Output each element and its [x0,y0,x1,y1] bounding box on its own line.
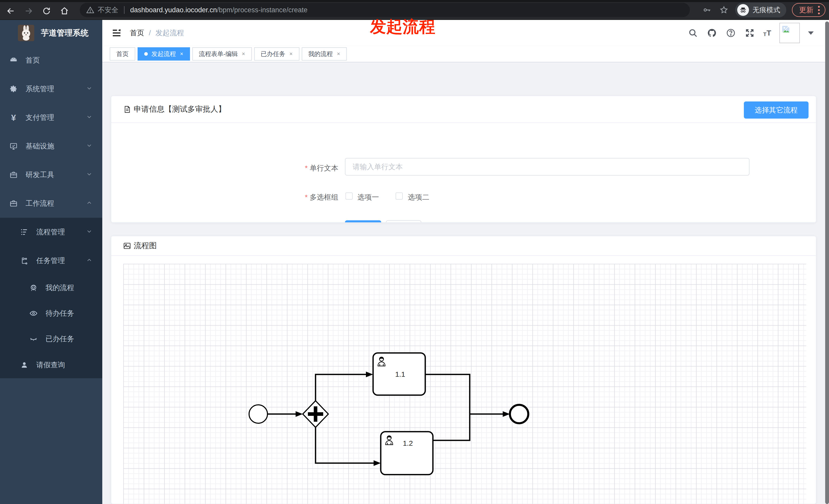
breadcrumb-separator: / [149,29,151,37]
workflow-submenu: 流程管理 任务管理 我的流程 待办任务 [0,218,102,378]
browser-home-button[interactable] [59,5,70,16]
sidebar-item-label: 待办任务 [45,308,74,318]
sidebar-item-label: 支付管理 [26,113,54,122]
address-bar[interactable]: 不安全 dashboard.yudao.iocoder.cn/bpm/proce… [80,3,690,17]
browser-back-button[interactable] [5,5,16,16]
sidebar-item-todo-tasks[interactable]: 待办任务 [0,301,102,326]
list-tree-icon [20,228,29,236]
checkbox-option-1[interactable] [346,192,353,200]
active-tab-dot-icon [144,52,148,56]
browser-chrome: 不安全 dashboard.yudao.iocoder.cn/bpm/proce… [0,0,829,20]
incognito-badge: 无痕模式 [735,3,786,17]
bpmn-user-task-2: 1.2 [381,432,433,475]
picture-icon [123,242,131,250]
page-scrollbar-thumb[interactable] [825,22,829,504]
reset-button[interactable]: 重置 [386,220,422,223]
bpmn-user-task-1: 1.1 [373,353,425,395]
checkbox-option-1-label[interactable]: 选项一 [358,192,379,202]
tab-label: 流程表单-编辑 [199,50,238,58]
tab-start-process[interactable]: 发起流程 × [138,47,190,61]
process-diagram-card: 流程图 [111,236,816,504]
tab-label: 我的流程 [309,50,333,58]
broken-image-icon [782,25,790,34]
diagram-card-header: 流程图 [111,236,816,256]
briefcase-icon [9,170,18,179]
eye-open-icon [29,309,38,318]
tab-close-icon[interactable]: × [337,51,340,57]
not-secure-warning-icon [86,6,94,14]
sidebar-item-payment[interactable]: ¥ 支付管理 [0,103,102,132]
tab-close-icon[interactable]: × [180,51,183,57]
tab-process-form-edit[interactable]: 流程表单-编辑 × [192,47,252,61]
application-form-card: 申请信息【测试多审批人】 选择其它流程 单行文本 多选框组 选项一 选项二 提交… [111,96,816,223]
font-size-button[interactable]: TT [763,29,771,37]
sidebar-item-label: 研发工具 [26,170,54,180]
passwords-key-button[interactable] [701,4,713,15]
sidebar-item-dev-tools[interactable]: 研发工具 [0,160,102,189]
sidebar-item-home[interactable]: 首页 [0,46,102,75]
bpmn-canvas: 1.1 1.2 [123,264,806,504]
fullscreen-button[interactable] [744,28,755,38]
help-button[interactable] [725,28,736,38]
tab-my-process[interactable]: 我的流程 × [302,47,347,61]
chrome-update-button[interactable]: 更新 [792,3,825,17]
search-button[interactable] [688,28,698,38]
chevron-down-icon [86,114,93,122]
github-button[interactable] [707,28,717,38]
sidebar-fold-toggle[interactable] [111,28,122,38]
form-card-title: 申请信息【测试多审批人】 [134,104,226,115]
app-logo-row[interactable]: 芋道管理系统 [0,20,102,46]
bookmark-star-button[interactable] [718,4,729,15]
yen-icon: ¥ [9,113,18,122]
breadcrumb: 首页 / 发起流程 [130,20,184,46]
sidebar-item-done-tasks[interactable]: 已办任务 [0,326,102,352]
sidebar-item-infrastructure[interactable]: 基础设施 [0,132,102,160]
checkbox-option-2[interactable] [396,192,403,200]
arrowhead [296,411,303,417]
page-url: dashboard.yudao.iocoder.cn/bpm/process-i… [130,6,308,14]
top-navbar: 首页 / 发起流程 TT [102,20,829,46]
submit-button[interactable]: 提交 [345,220,381,223]
sidebar-item-label: 首页 [26,55,40,65]
browser-reload-button[interactable] [41,5,52,16]
avatar-dropdown-caret-icon[interactable] [808,31,814,35]
omnibox-divider [124,6,124,14]
chevron-up-icon [86,199,93,208]
eye-closed-icon [29,335,38,343]
sidebar-item-system[interactable]: 系统管理 [0,75,102,103]
avatar[interactable] [780,23,800,43]
tab-home[interactable]: 首页 [110,47,135,61]
sidebar-item-my-process[interactable]: 我的流程 [0,275,102,301]
browser-forward-button[interactable] [23,5,34,16]
diagram-card-title: 流程图 [134,240,157,251]
arrowhead [366,372,373,377]
sidebar-item-task-management[interactable]: 任务管理 [0,246,102,275]
url-path: /bpm/process-instance/create [217,6,308,14]
sidebar-item-label: 工作流程 [26,199,54,208]
update-label: 更新 [799,5,814,15]
dashboard-icon [9,56,18,65]
bpmn-start-event [249,405,267,423]
chevron-down-icon [86,228,93,236]
browser-menu-icon[interactable] [818,6,820,14]
sidebar-item-leave-query[interactable]: 请假查询 [0,352,102,378]
tab-close-icon[interactable]: × [242,51,245,57]
monitor-check-icon [9,142,18,151]
url-host: dashboard.yudao.iocoder.cn [130,6,217,14]
app-title: 芋道管理系统 [41,28,88,38]
breadcrumb-home[interactable]: 首页 [130,28,144,38]
hamburger-fold-icon [111,28,122,38]
single-line-text-input[interactable] [345,158,750,176]
arrowhead [503,411,510,417]
tab-done-tasks[interactable]: 已办任务 × [254,47,299,61]
tab-bar: 首页 发起流程 × 流程表单-编辑 × 已办任务 × 我的流程 × [102,46,829,62]
sidebar-item-workflow[interactable]: 工作流程 [0,189,102,218]
bpmn-parallel-gateway [303,401,328,427]
checkbox-group-label: 多选框组 [305,192,338,202]
reload-icon [42,7,51,15]
checkbox-option-2-label[interactable]: 选项二 [408,192,429,202]
choose-other-process-button[interactable]: 选择其它流程 [744,102,808,119]
sidebar-item-process-management[interactable]: 流程管理 [0,218,102,246]
tab-close-icon[interactable]: × [289,51,293,57]
incognito-icon [737,4,749,16]
